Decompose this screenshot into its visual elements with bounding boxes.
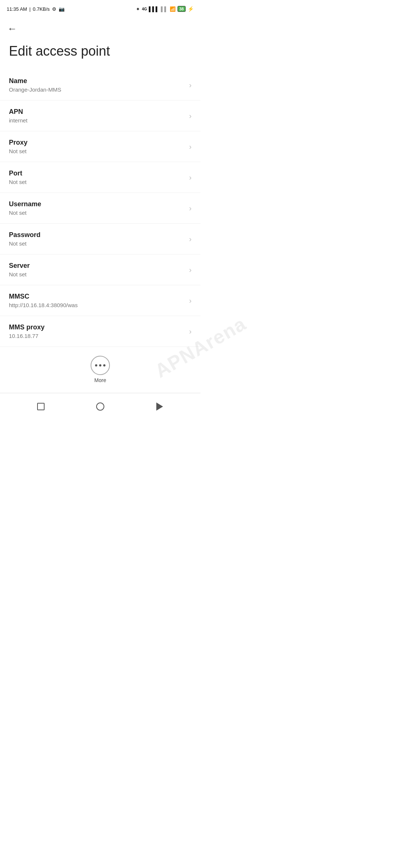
wifi-icon: 📶 xyxy=(170,6,176,12)
nav-home-button[interactable] xyxy=(92,398,108,415)
settings-item[interactable]: PortNot set› xyxy=(0,162,200,193)
chevron-right-icon: › xyxy=(189,327,192,336)
chevron-right-icon: › xyxy=(189,204,192,213)
back-icon xyxy=(156,402,163,411)
settings-item[interactable]: MMS proxy10.16.18.77› xyxy=(0,316,200,347)
settings-item-label: Server xyxy=(9,262,185,270)
status-left: 11:35 AM | 0.7KB/s ⚙ 📷 xyxy=(7,6,65,12)
settings-item[interactable]: NameOrange-Jordan-MMS› xyxy=(0,70,200,101)
status-right: ✦ 4G ▌▌▌ ▌▌ 📶 38 ⚡ xyxy=(136,6,194,12)
settings-item-content: NameOrange-Jordan-MMS xyxy=(9,77,185,93)
settings-item-value: internet xyxy=(9,117,185,124)
settings-item-value: Not set xyxy=(9,148,185,154)
signal-bars2-icon: ▌▌ xyxy=(161,6,167,12)
chevron-right-icon: › xyxy=(189,173,192,182)
settings-item[interactable]: MMSChttp://10.16.18.4:38090/was› xyxy=(0,285,200,316)
chevron-right-icon: › xyxy=(189,112,192,120)
bluetooth-icon: ✦ xyxy=(136,6,140,12)
settings-item-value: Not set xyxy=(9,210,185,216)
nav-back-button[interactable] xyxy=(151,398,168,415)
network-speed-value: 0.7KB/s xyxy=(33,6,50,12)
back-row: ← xyxy=(0,16,200,37)
settings-item[interactable]: ProxyNot set› xyxy=(0,131,200,162)
more-section: More xyxy=(0,347,200,389)
battery-indicator: 38 xyxy=(177,6,186,12)
settings-item-content: MMS proxy10.16.18.77 xyxy=(9,323,185,339)
settings-item[interactable]: APNinternet› xyxy=(0,101,200,131)
more-dots-icon xyxy=(95,364,105,366)
signal-bars-icon: ▌▌▌ xyxy=(149,6,159,12)
network-speed: | xyxy=(29,6,30,12)
settings-list: NameOrange-Jordan-MMS›APNinternet›ProxyN… xyxy=(0,70,200,347)
battery-level: 38 xyxy=(179,7,184,11)
settings-item-value: Not set xyxy=(9,179,185,185)
settings-item-label: APN xyxy=(9,108,185,116)
settings-item-value: Not set xyxy=(9,271,185,277)
settings-item-value: Not set xyxy=(9,240,185,247)
home-icon xyxy=(96,402,104,411)
settings-item-label: MMS proxy xyxy=(9,323,185,331)
settings-item-content: MMSChttp://10.16.18.4:38090/was xyxy=(9,293,185,308)
video-icon: 📷 xyxy=(59,6,65,12)
settings-item-label: MMSC xyxy=(9,293,185,300)
nav-recent-button[interactable] xyxy=(33,398,49,415)
chevron-right-icon: › xyxy=(189,296,192,305)
settings-item-content: UsernameNot set xyxy=(9,200,185,216)
settings-item[interactable]: UsernameNot set› xyxy=(0,193,200,224)
settings-item-value: http://10.16.18.4:38090/was xyxy=(9,302,185,308)
settings-item-label: Password xyxy=(9,231,185,239)
settings-item-content: PasswordNot set xyxy=(9,231,185,247)
nav-bar xyxy=(0,393,200,422)
signal-4g-icon: 4G xyxy=(142,7,147,11)
more-label: More xyxy=(94,377,106,383)
settings-item-value: Orange-Jordan-MMS xyxy=(9,86,185,93)
back-button[interactable]: ← xyxy=(7,23,17,34)
settings-item-content: PortNot set xyxy=(9,170,185,185)
settings-item[interactable]: ServerNot set› xyxy=(0,254,200,285)
settings-item-content: ProxyNot set xyxy=(9,139,185,154)
settings-item-content: APNinternet xyxy=(9,108,185,124)
settings-item-value: 10.16.18.77 xyxy=(9,333,185,339)
chevron-right-icon: › xyxy=(189,235,192,243)
settings-icon: ⚙ xyxy=(52,6,56,12)
recent-apps-icon xyxy=(37,403,45,410)
more-button[interactable] xyxy=(91,356,110,375)
dot-3 xyxy=(103,364,105,366)
settings-item-label: Username xyxy=(9,200,185,208)
status-bar: 11:35 AM | 0.7KB/s ⚙ 📷 ✦ 4G ▌▌▌ ▌▌ 📶 38 … xyxy=(0,0,200,16)
time: 11:35 AM xyxy=(7,6,27,12)
settings-item-label: Proxy xyxy=(9,139,185,147)
chevron-right-icon: › xyxy=(189,81,192,89)
dot-1 xyxy=(95,364,97,366)
settings-item-label: Port xyxy=(9,170,185,177)
charging-icon: ⚡ xyxy=(188,6,194,12)
page-title: Edit access point xyxy=(0,37,200,70)
settings-item[interactable]: PasswordNot set› xyxy=(0,224,200,254)
dot-2 xyxy=(99,364,101,366)
chevron-right-icon: › xyxy=(189,266,192,274)
settings-item-content: ServerNot set xyxy=(9,262,185,277)
settings-item-label: Name xyxy=(9,77,185,85)
chevron-right-icon: › xyxy=(189,142,192,151)
